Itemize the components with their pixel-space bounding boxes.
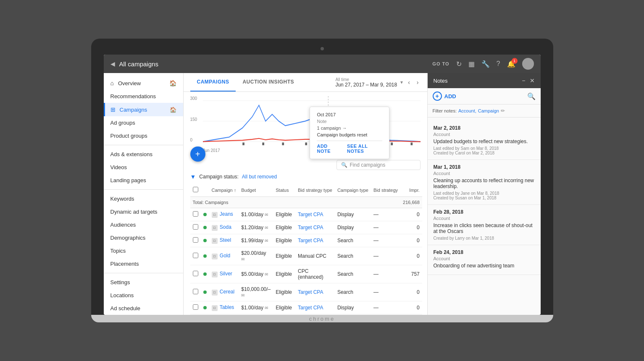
- filter-row: ▼ Campaign status: All but removed: [184, 172, 427, 183]
- date-range-label: All time: [335, 77, 397, 82]
- goto-button[interactable]: GO TO: [432, 61, 449, 66]
- tab-campaigns[interactable]: CAMPAIGNS: [190, 73, 236, 92]
- sidebar-item-audiences[interactable]: Audiences: [104, 218, 183, 231]
- help-icon[interactable]: ?: [497, 60, 500, 68]
- filter-icon: ▼: [190, 173, 196, 180]
- chart-icon[interactable]: ▦: [468, 60, 475, 68]
- sidebar-item-videos[interactable]: Videos: [104, 161, 183, 174]
- popup-date: Oct 2017: [317, 112, 382, 117]
- sidebar-item-overview[interactable]: ⌂ Overview 🏠: [104, 76, 183, 90]
- date-range-selector[interactable]: All time Jun 27, 2017 – Mar 9, 2018 ▾ ‹ …: [335, 77, 420, 88]
- sidebar-item-campaigns[interactable]: ⊞ Campaigns 🏠: [104, 103, 183, 116]
- budget-3: $20.00/day ✉: [239, 247, 273, 265]
- budget-0: $1.00/day ✉: [239, 208, 273, 221]
- date-dropdown-icon[interactable]: ▾: [400, 79, 403, 85]
- note-meta2-0: Created by Carol on Mar 2, 2018: [434, 151, 535, 155]
- sidebar-item-ad-groups[interactable]: Ad groups: [104, 116, 183, 129]
- row-checkbox-2[interactable]: [193, 237, 198, 243]
- budget-2: $1.99/day ✉: [239, 234, 273, 247]
- sidebar-item-ads-extensions[interactable]: Ads & extensions: [104, 148, 183, 161]
- campaign-name-6[interactable]: Tables: [220, 304, 234, 310]
- date-next-button[interactable]: ›: [415, 78, 421, 86]
- sidebar-label-dynamic-ad-targets: Dynamic ad targets: [110, 209, 158, 215]
- date-prev-button[interactable]: ‹: [406, 78, 412, 86]
- notes-filter-edit-icon[interactable]: ✏: [501, 108, 505, 114]
- add-fab-button[interactable]: +: [190, 146, 205, 162]
- row-checkbox-5[interactable]: [193, 289, 198, 294]
- refresh-icon[interactable]: ↻: [456, 60, 462, 68]
- sidebar-item-settings[interactable]: Settings: [104, 276, 183, 289]
- notes-search-icon[interactable]: 🔍: [527, 92, 536, 100]
- table-row: □ Gold $20.00/day ✉ Eligible Manual CPC …: [190, 247, 422, 265]
- note-type-3: Account: [434, 256, 535, 261]
- impr-3: 0: [400, 247, 422, 265]
- notes-minimize-button[interactable]: −: [522, 77, 525, 84]
- notes-close-button[interactable]: ✕: [530, 77, 535, 84]
- status-7: Paused: [273, 314, 295, 315]
- bid-type-2[interactable]: Target CPA: [295, 234, 335, 247]
- tab-auction-insights[interactable]: AUCTION INSIGHTS: [236, 73, 301, 92]
- notification-icon[interactable]: 🔔 1: [507, 60, 515, 68]
- row-checkbox-4[interactable]: [193, 271, 198, 276]
- campaign-type-icon-3: □: [212, 254, 218, 259]
- bid-type-0[interactable]: Target CPA: [295, 208, 335, 221]
- campaign-name-1[interactable]: Soda: [220, 224, 231, 230]
- campaign-type-icon-4: □: [212, 272, 218, 277]
- campaign-type-icon-1: □: [212, 225, 218, 231]
- select-all-checkbox[interactable]: [193, 187, 198, 192]
- col-impr: Impr.: [400, 183, 422, 197]
- campaign-name-3[interactable]: Gold: [220, 253, 230, 259]
- user-avatar[interactable]: [522, 58, 534, 70]
- notes-panel: Notes − ✕ + ADD 🔍 Filter notes: Account,: [427, 73, 541, 315]
- budget-6: $1.00/day ✉: [239, 301, 273, 314]
- sidebar-item-topics[interactable]: Topics: [104, 244, 183, 257]
- sidebar-item-ad-schedule[interactable]: Ad schedule: [104, 302, 183, 315]
- bid-type-6[interactable]: Target CPA: [295, 301, 335, 314]
- campaign-name-0[interactable]: Jeans: [220, 211, 233, 217]
- back-button[interactable]: ◀: [110, 60, 115, 67]
- row-checkbox-3[interactable]: [193, 253, 198, 258]
- filter-campaign-link[interactable]: Campaign: [478, 108, 499, 113]
- campaign-name-2[interactable]: Steel: [220, 237, 231, 243]
- filter-value[interactable]: All but removed: [242, 174, 277, 180]
- note-item-0: Mar 2, 2018 Account Updated budgets to r…: [428, 121, 541, 160]
- wrench-icon[interactable]: 🔧: [481, 60, 490, 68]
- sidebar-item-recommendations[interactable]: Recommendations: [104, 90, 183, 103]
- sidebar-item-demographics[interactable]: Demographics: [104, 231, 183, 244]
- table-row: □ Jeans $1.00/day ✉ Eligible Target CPA …: [190, 208, 422, 221]
- impr-2: 0: [400, 234, 422, 247]
- sidebar-label-ads-extensions: Ads & extensions: [110, 151, 152, 157]
- sidebar-item-keywords[interactable]: Keywords: [104, 192, 183, 205]
- sidebar-item-landing-pages[interactable]: Landing pages: [104, 174, 183, 187]
- campaigns-home-icon: 🏠: [170, 107, 176, 113]
- bid-strategy-1: —: [371, 221, 400, 234]
- search-placeholder: Find campaigns: [350, 162, 386, 168]
- status-6: Eligible: [273, 301, 295, 314]
- see-all-notes-button[interactable]: SEE ALL NOTES: [347, 144, 382, 154]
- search-icon: 🔍: [341, 162, 347, 168]
- bid-strategy-3: —: [371, 247, 400, 265]
- status-dot-4: [203, 272, 207, 276]
- sidebar-item-dynamic-ad-targets[interactable]: Dynamic ad targets: [104, 205, 183, 218]
- laptop-frame: ◀ All campaigns GO TO ↻ ▦ 🔧 ? 🔔 1: [91, 39, 553, 322]
- sidebar-item-placements[interactable]: Placements: [104, 257, 183, 270]
- search-bar[interactable]: 🔍 Find campaigns: [336, 160, 421, 170]
- bid-type-1[interactable]: Target CPA: [295, 221, 335, 234]
- row-checkbox-6[interactable]: [193, 304, 198, 310]
- bid-strategy-0: —: [371, 208, 400, 221]
- note-meta1-1: Last edited by Jane on Mar 8, 2018: [434, 191, 535, 196]
- note-item-1: Mar 1, 2018 Account Cleaning up accounts…: [428, 160, 541, 205]
- campaign-name-4[interactable]: Silver: [220, 271, 232, 277]
- campaign-name-5[interactable]: Cereal: [220, 289, 234, 295]
- row-checkbox-1[interactable]: [193, 224, 198, 230]
- row-checkbox-0[interactable]: [193, 211, 198, 217]
- notes-add-button[interactable]: + ADD: [433, 92, 456, 101]
- impr-1: 0: [400, 221, 422, 234]
- add-note-button[interactable]: ADD NOTE: [317, 144, 340, 154]
- sidebar-item-product-groups[interactable]: Product groups: [104, 129, 183, 142]
- filter-account-link[interactable]: Account,: [458, 108, 476, 113]
- bid-type-5[interactable]: Target CPA: [295, 283, 335, 301]
- svg-rect-11: [410, 143, 413, 146]
- col-status: Status: [273, 183, 295, 197]
- sidebar-item-locations[interactable]: Locations: [104, 289, 183, 302]
